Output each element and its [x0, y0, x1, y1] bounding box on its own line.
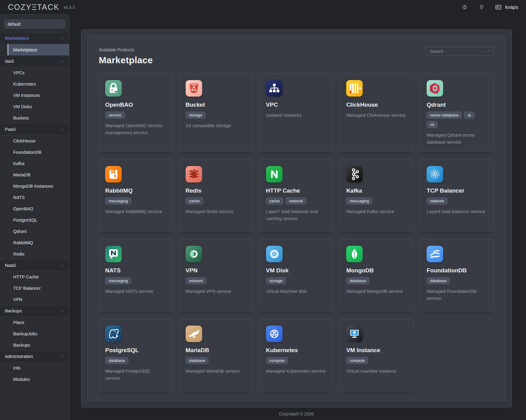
help-icon[interactable]	[461, 3, 469, 11]
card-tags: messaging	[105, 197, 131, 204]
card-redis[interactable]: Redis cache Managed Redis service	[179, 160, 253, 232]
sidebar-item-backupjobs[interactable]: BackupJobs	[0, 328, 69, 339]
sidebar-item-vpcs[interactable]: VPCs	[0, 67, 69, 78]
sidebar-item-tcp-balancer[interactable]: TCP Balancer	[0, 282, 69, 294]
card-postgresql[interactable]: PostgreSQL database Managed PostgreSQL s…	[99, 319, 172, 391]
card-bucket[interactable]: Bucket storage S3 compatible storage	[179, 74, 253, 152]
card-http-cache[interactable]: HTTP Cache cachenetwork Layer7 load bala…	[260, 160, 333, 232]
sidebar-item-label: TCP Balancer	[13, 286, 41, 291]
card-description: Managed Kafka service	[346, 208, 394, 215]
card-qdrant[interactable]: Qdrant vector-databaseaiml Managed Qdran…	[420, 74, 494, 152]
chevron-down-icon	[57, 22, 61, 26]
card-mariadb[interactable]: MariaDB database Managed MariaDB service	[179, 319, 253, 391]
sidebar-item-kafka[interactable]: Kafka	[0, 158, 69, 169]
card-vpc[interactable]: VPC Isolated networks	[260, 74, 333, 152]
card-tags: messaging	[105, 277, 131, 284]
section-items: HTTP CacheTCP BalancerVPN	[0, 271, 69, 305]
workspace-select[interactable]: default	[4, 20, 65, 28]
card-kubernetes[interactable]: Kubernetes compute Managed Kubernetes se…	[260, 319, 333, 391]
sidebar-item-redis[interactable]: Redis	[0, 248, 69, 260]
sidebar-item-label: Qdrant	[13, 229, 27, 234]
card-openbao[interactable]: OpenBAO secrets Managed OpenBAO secrets …	[99, 74, 172, 152]
sidebar-item-nats[interactable]: NATS	[0, 192, 69, 203]
card-description: Managed RabbitMQ service	[105, 208, 162, 215]
sidebar-item-mongodb-instances[interactable]: MongoDB Instances	[0, 180, 69, 192]
card-rabbitmq[interactable]: RabbitMQ messaging Managed RabbitMQ serv…	[99, 160, 172, 232]
openbao-lock-icon	[105, 80, 122, 97]
sidebar-item-modules[interactable]: Modules	[0, 374, 69, 385]
card-tags: network	[186, 277, 206, 284]
section-header[interactable]: Marketplace	[0, 32, 69, 44]
card-title: VM Instance	[346, 347, 380, 354]
topbar-actions: kvaps	[461, 3, 518, 11]
sidebar-item-clickhouse[interactable]: ClickHouse	[0, 135, 69, 146]
card-vpn[interactable]: VPN network Managed VPN service	[179, 239, 253, 311]
card-title: MongoDB	[346, 267, 374, 274]
tag-cache: cache	[186, 197, 203, 204]
section-header[interactable]: NaaS	[0, 260, 69, 271]
vpn-icon	[186, 246, 202, 262]
card-foundationdb[interactable]: FoundationDB database Managed Foundation…	[420, 239, 494, 311]
user-badge-icon	[494, 3, 502, 11]
card-description: Isolated networks	[266, 112, 302, 119]
sidebar-item-postgresql[interactable]: PostgreSQL	[0, 214, 69, 226]
card-tags: database	[346, 277, 369, 284]
card-vm-instance[interactable]: VM Instance compute Virtual machine inst…	[340, 319, 413, 391]
sidebar-item-marketplace[interactable]: Marketplace	[7, 44, 69, 55]
card-mongodb[interactable]: MongoDB database Managed MongoDB service	[340, 239, 413, 311]
sidebar-item-foundationdb[interactable]: FoundationDB	[0, 146, 69, 158]
tag-ml: ml	[427, 121, 438, 128]
card-description: Managed FoundationDB service	[427, 288, 487, 302]
card-tags: vector-databaseaiml	[427, 112, 487, 128]
sidebar-item-vm-instances[interactable]: VM Instances	[0, 90, 69, 101]
nginx-icon	[266, 166, 283, 182]
search-input[interactable]: Search	[426, 47, 494, 56]
sidebar-item-backups[interactable]: Backups	[0, 339, 69, 351]
sidebar-item-label: OpenBAO	[13, 206, 33, 211]
section-header[interactable]: Administration	[0, 351, 69, 362]
sidebar-section-administration: Administration InfoModules	[0, 351, 69, 385]
sidebar-item-mariadb[interactable]: MariaDB	[0, 169, 69, 180]
user-menu[interactable]: kvaps	[494, 3, 518, 11]
card-title: TCP Balancer	[427, 187, 464, 194]
sidebar-item-info[interactable]: Info	[0, 362, 69, 374]
sidebar-item-buckets[interactable]: Buckets	[0, 112, 69, 123]
card-kafka[interactable]: Kafka messaging Managed Kafka service	[340, 160, 413, 232]
section-header[interactable]: IaaS	[0, 55, 69, 67]
card-title: Bucket	[186, 101, 205, 108]
card-vm-disk[interactable]: VM Disk storage Virtual Machine disk	[260, 239, 333, 311]
sidebar-item-label: VM Disks	[13, 104, 32, 109]
sidebar-item-rabbitmq[interactable]: RabbitMQ	[0, 237, 69, 248]
card-clickhouse[interactable]: ClickHouse Managed ClickHouse service	[340, 74, 413, 152]
footer-copyright: Cozystack © 2026	[81, 407, 512, 420]
sidebar-item-vpn[interactable]: VPN	[0, 294, 69, 305]
section-header[interactable]: PaaS	[0, 123, 69, 135]
section-header[interactable]: Backups	[0, 305, 69, 317]
sidebar-item-kubernetes[interactable]: Kubernetes	[0, 78, 69, 90]
sidebar-item-label: Redis	[13, 252, 24, 256]
card-tcp-balancer[interactable]: TCP Balancer network Layer4 load balance…	[420, 160, 494, 232]
sidebar-item-label: ClickHouse	[13, 138, 35, 143]
sidebar-item-vm-disks[interactable]: VM Disks	[0, 101, 69, 112]
sidebar-item-http-cache[interactable]: HTTP Cache	[0, 271, 69, 282]
card-nats[interactable]: NATS messaging Managed NATS service	[99, 239, 172, 311]
chevron-up-icon	[60, 59, 64, 63]
card-description: Managed NATS service	[105, 288, 153, 295]
sidebar-item-label: Backups	[13, 343, 30, 348]
card-title: VPC	[266, 101, 278, 108]
card-description: Virtual Machine disk	[266, 288, 307, 295]
sidebar-item-qdrant[interactable]: Qdrant	[0, 226, 69, 237]
username: kvaps	[505, 5, 518, 10]
sidebar-section-backups: Backups PlansBackupJobsBackups	[0, 305, 69, 351]
sidebar-item-plans[interactable]: Plans	[0, 317, 69, 328]
sidebar-item-openbao[interactable]: OpenBAO	[0, 203, 69, 214]
section-items: Marketplace	[0, 44, 69, 55]
card-description: Managed Qdrant vector database service	[427, 132, 487, 146]
card-title: Qdrant	[427, 101, 446, 108]
chevron-up-icon	[60, 354, 64, 359]
lightbulb-icon[interactable]	[477, 3, 486, 11]
mongodb-leaf-icon	[346, 246, 363, 262]
sidebar-item-label: HTTP Cache	[13, 274, 39, 279]
main-area: Available Products Marketplace Search Op…	[69, 14, 526, 420]
sidebar-sections: Marketplace Marketplace IaaS VPCsKuberne…	[0, 32, 69, 385]
